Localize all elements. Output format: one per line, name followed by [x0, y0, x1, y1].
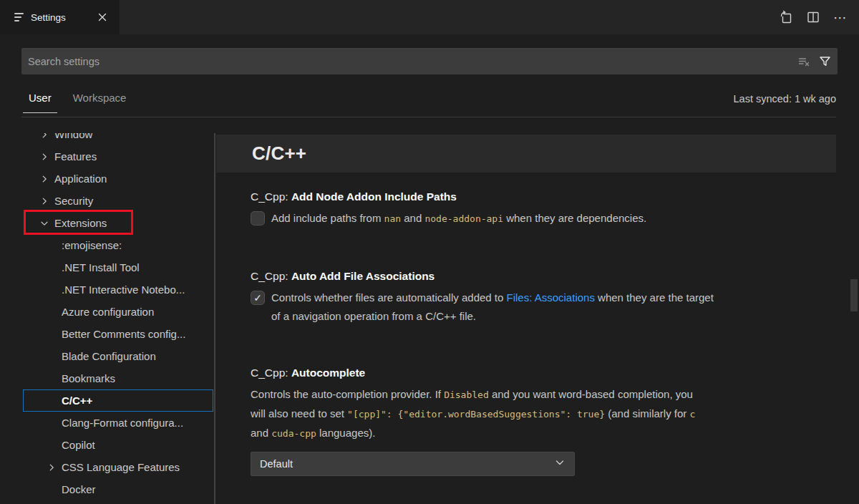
chevron-right-icon[interactable]: [39, 133, 50, 140]
more-actions-icon[interactable]: ⋯: [830, 7, 850, 27]
setting-description: Controls the auto-completion provider. I…: [251, 385, 695, 443]
scope-tabs: User Workspace: [23, 90, 132, 113]
settings-link[interactable]: Files: Associations: [507, 291, 595, 304]
split-editor-icon[interactable]: [803, 7, 823, 27]
chevron-right-icon[interactable]: [39, 151, 50, 163]
sidebar-item-bookmarks[interactable]: Bookmarks: [23, 367, 213, 389]
chevron-right-icon[interactable]: [46, 462, 57, 473]
editor-actions: ⋯: [776, 0, 850, 34]
sidebar-item-security[interactable]: Security: [23, 190, 213, 212]
description-text: (and similarly for: [605, 407, 689, 420]
setting-title: C_Cpp: Add Node Addon Include Paths: [251, 189, 817, 204]
settings-scope-row: User Workspace Last synced: 1 wk ago: [21, 86, 836, 119]
search-input[interactable]: [21, 56, 796, 67]
sidebar-item-label: Features: [54, 150, 97, 163]
sidebar-item-label: Better Comments config...: [62, 328, 185, 340]
tab-settings[interactable]: Settings: [0, 0, 120, 34]
setting-prefix: C_Cpp:: [251, 270, 291, 282]
checkbox-unchecked[interactable]: [251, 211, 265, 226]
setting-prefix: C_Cpp:: [251, 190, 291, 203]
sidebar-item-label: :emojisense:: [62, 239, 122, 251]
scrollbar-thumb[interactable]: [850, 279, 858, 311]
indent-spacer: [46, 373, 57, 384]
scope-divider: [21, 117, 836, 117]
indent-spacer: [46, 440, 57, 451]
sidebar-item-label: Security: [54, 195, 93, 207]
sidebar-item-css-language-features[interactable]: CSS Language Features: [23, 456, 213, 478]
sidebar-item-blade-configuration[interactable]: Blade Configuration: [23, 345, 213, 367]
setting-auto-add-file-associations: C_Cpp: Auto Add File Associations ✓ Cont…: [251, 268, 817, 326]
description-text: and: [251, 427, 271, 439]
dropdown-value: Default: [260, 458, 554, 470]
code-span: nan: [384, 213, 401, 224]
setting-title: C_Cpp: Autocomplete: [251, 365, 817, 380]
sidebar-item-copilot[interactable]: Copilot: [23, 434, 213, 456]
description-text: when they are dependencies.: [503, 212, 646, 224]
setting-prefix: C_Cpp:: [251, 367, 291, 379]
setting-description: Controls whether files are automatically…: [271, 289, 714, 326]
code-span: cuda-cpp: [271, 428, 316, 439]
open-settings-json-icon[interactable]: [776, 7, 796, 27]
sidebar-item-features[interactable]: Features: [23, 145, 213, 168]
description-text: and: [401, 212, 424, 224]
sidebar-item-label: Bookmarks: [62, 372, 115, 384]
sidebar-item-net-interactive-notebo[interactable]: .NET Interactive Notebo...: [23, 278, 213, 301]
code-span: c: [689, 409, 695, 420]
indent-spacer: [46, 284, 57, 296]
last-synced-status: Last synced: 1 wk ago: [734, 93, 836, 105]
sidebar-item-azure-configuration[interactable]: Azure configuration: [23, 301, 213, 323]
sidebar-item-better-comments-config[interactable]: Better Comments config...: [23, 323, 213, 345]
setting-add-node-addon-include-paths: C_Cpp: Add Node Addon Include Paths Add …: [251, 189, 817, 228]
tab-user[interactable]: User: [23, 90, 57, 113]
checkbox-checked[interactable]: ✓: [251, 291, 265, 305]
sidebar-item-docker[interactable]: Docker: [23, 478, 213, 500]
close-icon[interactable]: [95, 10, 110, 24]
sidebar-item-extensions[interactable]: Extensions: [23, 212, 213, 234]
description-text: languages).: [316, 427, 376, 439]
chevron-right-icon[interactable]: [39, 173, 50, 185]
code-span: Disabled: [444, 389, 489, 400]
tab-title: Settings: [31, 12, 66, 23]
sidebar-item-label: Window: [54, 133, 92, 140]
autocomplete-dropdown[interactable]: Default: [251, 452, 575, 476]
sidebar-item-label: C/C++: [62, 394, 92, 407]
sidebar-item-clang-format-configura[interactable]: Clang-Format configura...: [23, 412, 213, 434]
setting-name: Add Node Addon Include Paths: [291, 190, 457, 203]
settings-search-bar: [21, 48, 838, 74]
sidebar-item-label: Azure configuration: [62, 306, 154, 318]
sidebar-item-label: Extensions: [54, 217, 107, 229]
description-text: of a navigation operation from a C/C++ f…: [271, 310, 476, 322]
sidebar-item-label: Blade Configuration: [62, 350, 156, 362]
check-icon: ✓: [253, 292, 262, 304]
description-text: Add include paths from: [271, 212, 384, 224]
indent-spacer: [46, 329, 57, 340]
chevron-down-icon: [554, 457, 566, 471]
sidebar-item-label: Clang-Format configura...: [62, 417, 183, 429]
sidebar-item-emojisense[interactable]: :emojisense:: [23, 234, 213, 256]
clear-search-icon[interactable]: [796, 54, 812, 69]
sidebar-item-label: CSS Language Features: [62, 461, 180, 473]
sidebar-item-label: Application: [54, 173, 107, 185]
indent-spacer: [46, 351, 57, 362]
chevron-right-icon[interactable]: [39, 195, 50, 207]
editor-tab-bar: Settings ⋯: [0, 0, 859, 34]
settings-toc: WindowFeaturesApplicationSecurityExtensi…: [0, 133, 214, 504]
page-title: C/C++: [216, 142, 306, 165]
filter-icon[interactable]: [817, 54, 833, 69]
code-span: node-addon-api: [424, 213, 503, 224]
chevron-down-icon[interactable]: [39, 218, 50, 229]
sidebar-item-net-install-tool[interactable]: .NET Install Tool: [23, 256, 213, 278]
setting-name: Autocomplete: [291, 367, 365, 379]
sidebar-item-label: .NET Install Tool: [62, 261, 140, 273]
sidebar-item-c-c[interactable]: C/C++: [23, 389, 213, 412]
sidebar-resize-sash[interactable]: [214, 133, 215, 504]
description-text: will also need to set: [251, 407, 347, 420]
code-span: "[cpp]": {"editor.wordBasedSuggestions":…: [347, 409, 605, 420]
description-text: when they are the target: [595, 291, 714, 304]
tab-workspace[interactable]: Workspace: [67, 90, 132, 113]
indent-spacer: [46, 262, 57, 273]
sidebar-item-window[interactable]: Window: [23, 133, 213, 145]
setting-autocomplete: C_Cpp: Autocomplete Controls the auto-co…: [251, 365, 817, 476]
settings-group-header: C/C++: [216, 135, 836, 173]
sidebar-item-application[interactable]: Application: [23, 168, 213, 190]
